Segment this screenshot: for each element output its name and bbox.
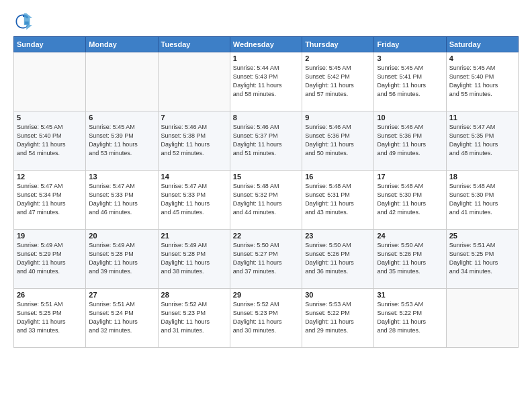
weekday-header-row: SundayMondayTuesdayWednesdayThursdayFrid… xyxy=(14,37,519,52)
day-number: 9 xyxy=(305,113,371,122)
day-cell: 18Sunrise: 5:48 AM Sunset: 5:30 PM Dayli… xyxy=(446,171,518,230)
day-number: 29 xyxy=(233,291,299,299)
weekday-header-friday: Friday xyxy=(374,37,446,52)
day-number: 21 xyxy=(161,232,227,240)
day-number: 15 xyxy=(233,173,299,181)
day-cell: 5Sunrise: 5:45 AM Sunset: 5:40 PM Daylig… xyxy=(14,111,86,171)
day-info: Sunrise: 5:53 AM Sunset: 5:22 PM Dayligh… xyxy=(305,300,371,335)
weekday-header-sunday: Sunday xyxy=(14,37,86,52)
weekday-header-thursday: Thursday xyxy=(302,37,374,52)
logo-icon xyxy=(13,12,32,31)
day-number: 4 xyxy=(449,54,515,62)
day-cell: 13Sunrise: 5:47 AM Sunset: 5:33 PM Dayli… xyxy=(86,171,158,230)
day-number: 18 xyxy=(449,173,515,181)
day-cell: 15Sunrise: 5:48 AM Sunset: 5:32 PM Dayli… xyxy=(230,171,302,230)
day-number: 28 xyxy=(161,291,227,299)
page: SundayMondayTuesdayWednesdayThursdayFrid… xyxy=(0,0,532,411)
day-info: Sunrise: 5:50 AM Sunset: 5:26 PM Dayligh… xyxy=(305,241,371,276)
day-number: 24 xyxy=(377,232,443,240)
day-cell: 20Sunrise: 5:49 AM Sunset: 5:28 PM Dayli… xyxy=(86,230,158,289)
logo xyxy=(13,12,35,31)
day-number: 25 xyxy=(449,232,515,240)
day-cell: 29Sunrise: 5:52 AM Sunset: 5:23 PM Dayli… xyxy=(230,289,302,348)
day-cell: 22Sunrise: 5:50 AM Sunset: 5:27 PM Dayli… xyxy=(230,230,302,289)
day-number: 1 xyxy=(233,54,299,62)
day-number: 11 xyxy=(449,113,515,122)
day-number: 30 xyxy=(305,291,371,299)
day-info: Sunrise: 5:47 AM Sunset: 5:35 PM Dayligh… xyxy=(449,123,515,158)
day-info: Sunrise: 5:49 AM Sunset: 5:28 PM Dayligh… xyxy=(89,241,154,276)
day-number: 26 xyxy=(17,291,83,299)
week-row-5: 26Sunrise: 5:51 AM Sunset: 5:25 PM Dayli… xyxy=(14,289,519,348)
day-info: Sunrise: 5:52 AM Sunset: 5:23 PM Dayligh… xyxy=(161,300,227,335)
day-cell: 7Sunrise: 5:46 AM Sunset: 5:38 PM Daylig… xyxy=(158,111,230,171)
day-number: 7 xyxy=(161,113,227,122)
day-cell: 2Sunrise: 5:45 AM Sunset: 5:42 PM Daylig… xyxy=(302,52,374,111)
day-number: 2 xyxy=(305,54,371,62)
weekday-header-saturday: Saturday xyxy=(446,37,518,52)
day-info: Sunrise: 5:48 AM Sunset: 5:32 PM Dayligh… xyxy=(233,182,299,217)
day-cell: 8Sunrise: 5:46 AM Sunset: 5:37 PM Daylig… xyxy=(230,111,302,171)
day-info: Sunrise: 5:49 AM Sunset: 5:29 PM Dayligh… xyxy=(17,241,83,276)
day-cell: 17Sunrise: 5:48 AM Sunset: 5:30 PM Dayli… xyxy=(374,171,446,230)
day-number: 16 xyxy=(305,173,371,181)
day-cell: 25Sunrise: 5:51 AM Sunset: 5:25 PM Dayli… xyxy=(446,230,518,289)
day-info: Sunrise: 5:47 AM Sunset: 5:33 PM Dayligh… xyxy=(89,182,154,217)
header xyxy=(13,12,519,31)
day-cell: 9Sunrise: 5:46 AM Sunset: 5:36 PM Daylig… xyxy=(302,111,374,171)
week-row-4: 19Sunrise: 5:49 AM Sunset: 5:29 PM Dayli… xyxy=(14,230,519,289)
day-cell: 16Sunrise: 5:48 AM Sunset: 5:31 PM Dayli… xyxy=(302,171,374,230)
day-cell: 26Sunrise: 5:51 AM Sunset: 5:25 PM Dayli… xyxy=(14,289,86,348)
day-info: Sunrise: 5:51 AM Sunset: 5:25 PM Dayligh… xyxy=(17,300,83,335)
day-info: Sunrise: 5:46 AM Sunset: 5:37 PM Dayligh… xyxy=(233,123,299,158)
day-info: Sunrise: 5:47 AM Sunset: 5:34 PM Dayligh… xyxy=(17,182,83,217)
day-cell: 30Sunrise: 5:53 AM Sunset: 5:22 PM Dayli… xyxy=(302,289,374,348)
day-number: 6 xyxy=(89,113,154,122)
day-info: Sunrise: 5:46 AM Sunset: 5:36 PM Dayligh… xyxy=(377,123,443,158)
day-number: 3 xyxy=(377,54,443,62)
day-cell xyxy=(86,52,158,111)
day-cell: 19Sunrise: 5:49 AM Sunset: 5:29 PM Dayli… xyxy=(14,230,86,289)
day-cell xyxy=(158,52,230,111)
day-cell xyxy=(446,289,518,348)
week-row-3: 12Sunrise: 5:47 AM Sunset: 5:34 PM Dayli… xyxy=(14,171,519,230)
day-info: Sunrise: 5:53 AM Sunset: 5:22 PM Dayligh… xyxy=(377,300,443,335)
weekday-header-monday: Monday xyxy=(86,37,158,52)
day-info: Sunrise: 5:50 AM Sunset: 5:27 PM Dayligh… xyxy=(233,241,299,276)
day-info: Sunrise: 5:45 AM Sunset: 5:40 PM Dayligh… xyxy=(449,64,515,99)
day-info: Sunrise: 5:51 AM Sunset: 5:24 PM Dayligh… xyxy=(89,300,154,335)
day-number: 23 xyxy=(305,232,371,240)
day-number: 22 xyxy=(233,232,299,240)
day-info: Sunrise: 5:48 AM Sunset: 5:30 PM Dayligh… xyxy=(377,182,443,217)
day-info: Sunrise: 5:52 AM Sunset: 5:23 PM Dayligh… xyxy=(233,300,299,335)
day-info: Sunrise: 5:48 AM Sunset: 5:31 PM Dayligh… xyxy=(305,182,371,217)
week-row-2: 5Sunrise: 5:45 AM Sunset: 5:40 PM Daylig… xyxy=(14,111,519,171)
day-cell: 11Sunrise: 5:47 AM Sunset: 5:35 PM Dayli… xyxy=(446,111,518,171)
day-cell: 23Sunrise: 5:50 AM Sunset: 5:26 PM Dayli… xyxy=(302,230,374,289)
day-number: 17 xyxy=(377,173,443,181)
day-cell: 4Sunrise: 5:45 AM Sunset: 5:40 PM Daylig… xyxy=(446,52,518,111)
day-cell: 1Sunrise: 5:44 AM Sunset: 5:43 PM Daylig… xyxy=(230,52,302,111)
weekday-header-wednesday: Wednesday xyxy=(230,37,302,52)
day-cell xyxy=(14,52,86,111)
day-number: 27 xyxy=(89,291,154,299)
calendar: SundayMondayTuesdayWednesdayThursdayFrid… xyxy=(13,36,519,348)
day-info: Sunrise: 5:44 AM Sunset: 5:43 PM Dayligh… xyxy=(233,64,299,99)
day-info: Sunrise: 5:46 AM Sunset: 5:36 PM Dayligh… xyxy=(305,123,371,158)
day-info: Sunrise: 5:47 AM Sunset: 5:33 PM Dayligh… xyxy=(161,182,227,217)
day-number: 10 xyxy=(377,113,443,122)
day-number: 8 xyxy=(233,113,299,122)
day-info: Sunrise: 5:45 AM Sunset: 5:40 PM Dayligh… xyxy=(17,123,83,158)
day-cell: 12Sunrise: 5:47 AM Sunset: 5:34 PM Dayli… xyxy=(14,171,86,230)
day-number: 12 xyxy=(17,173,83,181)
day-cell: 14Sunrise: 5:47 AM Sunset: 5:33 PM Dayli… xyxy=(158,171,230,230)
day-info: Sunrise: 5:49 AM Sunset: 5:28 PM Dayligh… xyxy=(161,241,227,276)
day-info: Sunrise: 5:48 AM Sunset: 5:30 PM Dayligh… xyxy=(449,182,515,217)
day-cell: 6Sunrise: 5:45 AM Sunset: 5:39 PM Daylig… xyxy=(86,111,158,171)
day-info: Sunrise: 5:45 AM Sunset: 5:41 PM Dayligh… xyxy=(377,64,443,99)
day-info: Sunrise: 5:50 AM Sunset: 5:26 PM Dayligh… xyxy=(377,241,443,276)
day-cell: 24Sunrise: 5:50 AM Sunset: 5:26 PM Dayli… xyxy=(374,230,446,289)
week-row-1: 1Sunrise: 5:44 AM Sunset: 5:43 PM Daylig… xyxy=(14,52,519,111)
day-cell: 31Sunrise: 5:53 AM Sunset: 5:22 PM Dayli… xyxy=(374,289,446,348)
day-number: 14 xyxy=(161,173,227,181)
